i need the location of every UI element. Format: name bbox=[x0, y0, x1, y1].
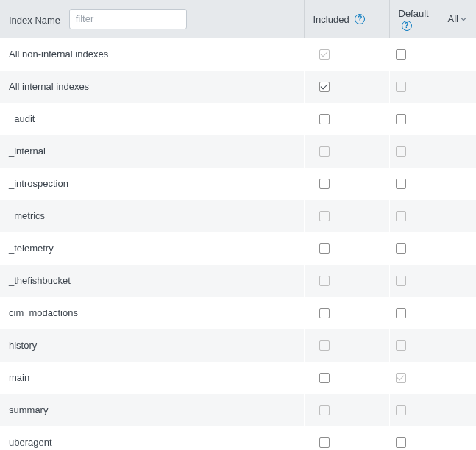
index-name-cell: All internal indexes bbox=[0, 71, 304, 103]
included-checkbox[interactable] bbox=[319, 308, 330, 318]
index-name: All non-internal indexes bbox=[9, 49, 108, 60]
default-cell bbox=[389, 329, 476, 362]
index-name-cell: history bbox=[0, 329, 304, 362]
default-checkbox bbox=[396, 82, 406, 92]
default-checkbox[interactable] bbox=[396, 179, 406, 189]
included-cell bbox=[304, 200, 389, 232]
index-name-cell: uberagent bbox=[0, 426, 304, 450]
index-name-cell: _internal bbox=[0, 135, 304, 168]
included-cell bbox=[304, 394, 389, 426]
table-row: All internal indexes bbox=[0, 71, 476, 103]
index-name-cell: _audit bbox=[0, 103, 304, 135]
included-checkbox[interactable] bbox=[319, 82, 330, 92]
index-name-cell: _introspection bbox=[0, 168, 304, 200]
included-cell bbox=[304, 71, 389, 103]
default-checkbox[interactable] bbox=[396, 243, 406, 254]
header-all: All bbox=[438, 0, 476, 38]
included-checkbox bbox=[319, 276, 330, 286]
table-row: _telemetry bbox=[0, 232, 476, 265]
index-name: _audit bbox=[9, 113, 35, 124]
included-cell bbox=[304, 426, 389, 450]
included-cell bbox=[304, 265, 389, 297]
index-name-cell: cim_modactions bbox=[0, 297, 304, 329]
included-cell bbox=[304, 38, 389, 71]
included-checkbox[interactable] bbox=[319, 243, 330, 254]
table-row: _internal bbox=[0, 135, 476, 168]
included-label: Included bbox=[313, 14, 349, 25]
default-cell bbox=[389, 200, 476, 232]
table-row: _audit bbox=[0, 103, 476, 135]
index-name-label: Index Name bbox=[9, 14, 60, 25]
header-index-name: Index Name bbox=[0, 0, 304, 38]
table-row: summary bbox=[0, 394, 476, 426]
header-default: Default ? bbox=[389, 0, 438, 38]
indexes-table: Index Name Included ? Default ? All bbox=[0, 0, 476, 450]
default-checkbox[interactable] bbox=[396, 114, 406, 124]
table-row: _introspection bbox=[0, 168, 476, 200]
default-cell bbox=[389, 362, 476, 394]
default-checkbox bbox=[396, 211, 406, 221]
default-checkbox bbox=[396, 405, 406, 415]
default-cell bbox=[389, 426, 476, 450]
index-name: _thefishbucket bbox=[9, 275, 71, 286]
index-name: main bbox=[9, 372, 29, 383]
default-checkbox bbox=[396, 146, 406, 157]
included-checkbox bbox=[319, 211, 330, 221]
default-cell bbox=[389, 38, 476, 71]
index-name-cell: _metrics bbox=[0, 200, 304, 232]
default-checkbox bbox=[396, 340, 406, 351]
all-label: All bbox=[448, 13, 458, 24]
table-row: _thefishbucket bbox=[0, 265, 476, 297]
index-name-cell: All non-internal indexes bbox=[0, 38, 304, 71]
index-name: _internal bbox=[9, 146, 46, 157]
index-name: uberagent bbox=[9, 437, 52, 448]
index-name: cim_modactions bbox=[9, 307, 78, 318]
index-name-cell: main bbox=[0, 362, 304, 394]
included-checkbox bbox=[319, 49, 330, 60]
included-checkbox[interactable] bbox=[319, 179, 330, 189]
included-cell bbox=[304, 103, 389, 135]
index-name: _metrics bbox=[9, 210, 45, 221]
included-checkbox bbox=[319, 146, 330, 157]
included-cell bbox=[304, 362, 389, 394]
included-checkbox[interactable] bbox=[319, 373, 330, 383]
included-checkbox bbox=[319, 405, 330, 415]
included-cell bbox=[304, 135, 389, 168]
all-dropdown-button[interactable]: All bbox=[448, 13, 466, 24]
included-checkbox bbox=[319, 340, 330, 351]
default-checkbox[interactable] bbox=[396, 438, 406, 448]
index-name-cell: _telemetry bbox=[0, 232, 304, 265]
index-name: summary bbox=[9, 404, 48, 415]
default-cell bbox=[389, 71, 476, 103]
default-checkbox bbox=[396, 373, 406, 383]
table-row: uberagent bbox=[0, 426, 476, 450]
default-checkbox bbox=[396, 276, 406, 286]
help-icon[interactable]: ? bbox=[355, 14, 365, 24]
table-row: history bbox=[0, 329, 476, 362]
default-checkbox[interactable] bbox=[396, 49, 406, 60]
default-label: Default bbox=[399, 8, 429, 19]
chevron-down-icon bbox=[461, 13, 466, 24]
default-cell bbox=[389, 232, 476, 265]
index-name-cell: _thefishbucket bbox=[0, 265, 304, 297]
index-name: history bbox=[9, 340, 37, 351]
table-row: _metrics bbox=[0, 200, 476, 232]
default-cell bbox=[389, 297, 476, 329]
filter-input[interactable] bbox=[69, 9, 187, 29]
default-cell bbox=[389, 103, 476, 135]
default-cell bbox=[389, 394, 476, 426]
help-icon[interactable]: ? bbox=[402, 21, 412, 31]
header-included: Included ? bbox=[304, 0, 389, 38]
included-checkbox[interactable] bbox=[319, 114, 330, 124]
table-row: All non-internal indexes bbox=[0, 38, 476, 71]
table-header-row: Index Name Included ? Default ? All bbox=[0, 0, 476, 38]
included-cell bbox=[304, 329, 389, 362]
default-cell bbox=[389, 168, 476, 200]
default-cell bbox=[389, 135, 476, 168]
index-name: All internal indexes bbox=[9, 81, 89, 92]
default-checkbox[interactable] bbox=[396, 308, 406, 318]
included-checkbox[interactable] bbox=[319, 438, 330, 448]
table-row: main bbox=[0, 362, 476, 394]
index-name: _introspection bbox=[9, 178, 68, 189]
included-cell bbox=[304, 168, 389, 200]
